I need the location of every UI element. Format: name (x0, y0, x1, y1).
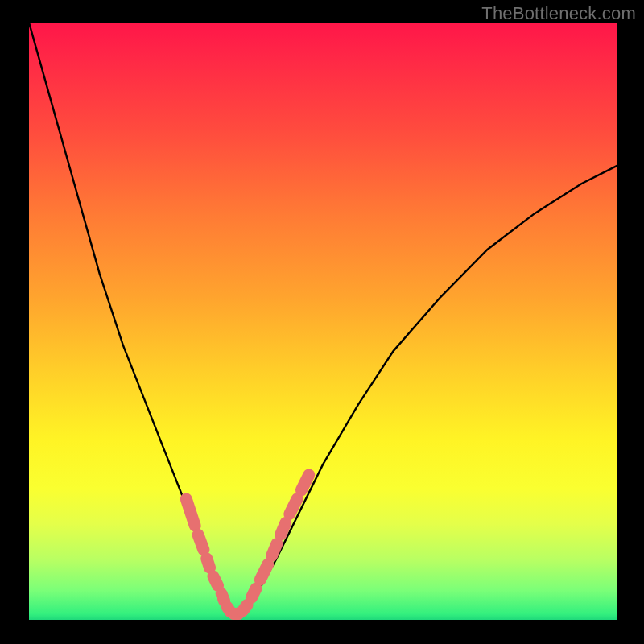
marker-pill (243, 605, 248, 611)
marker-pill (198, 535, 204, 550)
data-point-markers (186, 475, 308, 614)
curve-layer (29, 23, 617, 620)
marker-pill (272, 543, 277, 555)
marker-pill (290, 499, 297, 514)
marker-pill (207, 559, 210, 568)
marker-pill (213, 576, 218, 586)
marker-pill (301, 475, 308, 490)
chart-frame: TheBottleneck.com (0, 0, 644, 644)
marker-pill (221, 594, 225, 601)
marker-pill (251, 588, 256, 598)
watermark-text: TheBottleneck.com (481, 3, 636, 24)
marker-pill (186, 499, 195, 526)
bottleneck-v-curve (29, 23, 617, 617)
marker-pill (260, 564, 267, 580)
marker-pill (281, 522, 286, 535)
plot-area (29, 23, 617, 620)
